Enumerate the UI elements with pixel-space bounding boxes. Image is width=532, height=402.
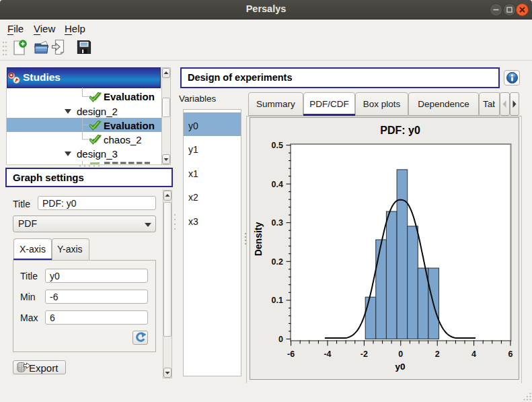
svg-text:2: 2	[435, 349, 440, 359]
svg-text:-2: -2	[360, 349, 368, 359]
svg-text:-4: -4	[324, 349, 331, 359]
svg-text:y0: y0	[395, 362, 405, 372]
svg-text:0.2: 0.2	[272, 257, 283, 267]
svg-text:0.3: 0.3	[272, 218, 283, 228]
svg-text:PDF: y0: PDF: y0	[380, 125, 420, 136]
svg-text:Density: Density	[253, 222, 264, 257]
svg-text:0: 0	[398, 349, 403, 359]
svg-text:0.1: 0.1	[272, 296, 283, 305]
svg-text:4: 4	[471, 349, 476, 359]
svg-text:0.4: 0.4	[272, 180, 283, 189]
svg-text:0: 0	[278, 335, 283, 344]
svg-text:6: 6	[508, 349, 513, 359]
svg-text:0.5: 0.5	[272, 141, 283, 150]
svg-text:-6: -6	[287, 349, 295, 359]
